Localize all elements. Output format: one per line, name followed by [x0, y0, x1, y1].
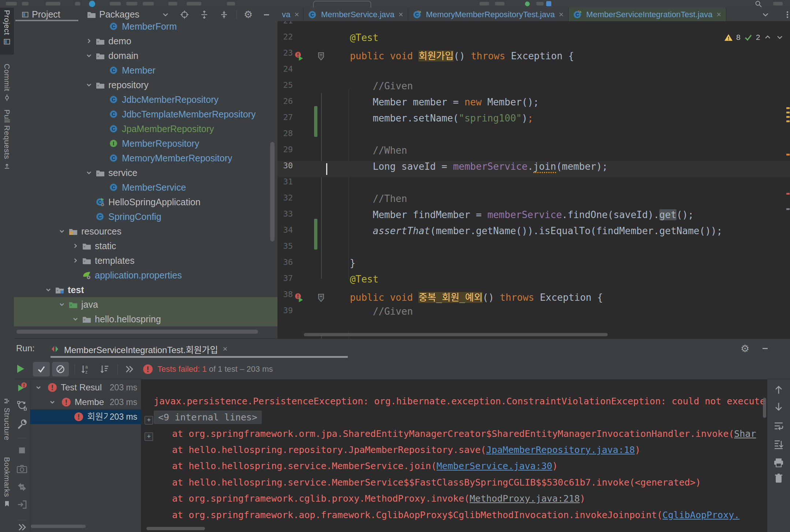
arrow-down-icon[interactable] — [773, 401, 784, 412]
expand-all-icon[interactable] — [199, 10, 209, 20]
sort-by-duration-icon[interactable] — [99, 364, 110, 375]
project-tree-item-jdbcmemberrepository[interactable]: CJdbcMemberRepository — [14, 92, 277, 107]
project-tree-item-demo[interactable]: demo — [14, 34, 277, 48]
project-tree-item-memberrepository[interactable]: IMemberRepository — [14, 136, 277, 151]
project-tree-item-service[interactable]: service — [14, 165, 277, 180]
stack-trace-link[interactable]: JpaMemberRepository.java:18 — [486, 445, 635, 455]
test-settings-icon[interactable] — [16, 419, 27, 430]
test-console[interactable]: javax.persistence.PersistenceException: … — [142, 379, 767, 532]
code-line-38[interactable]: 38 public void 중복_회원_예외() throws Excepti… — [277, 290, 790, 306]
collapse-all-icon[interactable] — [219, 10, 229, 20]
clear-all-icon[interactable] — [773, 473, 784, 484]
error-stripe-mark[interactable] — [786, 116, 790, 118]
tree-horizontal-scrollbar[interactable] — [31, 525, 86, 528]
stack-trace-line[interactable]: at hello.hellospring.service.MemberServi… — [142, 461, 767, 477]
console-horizontal-scrollbar[interactable] — [146, 527, 205, 530]
project-tree-item-springconfig[interactable]: CSpringConfig — [14, 209, 277, 224]
error-stripe-mark[interactable] — [786, 112, 790, 113]
stripe-item-project[interactable]: Project — [0, 8, 14, 55]
project-tree-item-jdbctemplatememberrepository[interactable]: CJdbcTemplateMemberRepository — [14, 107, 277, 121]
code-line-36[interactable]: 36 } — [277, 258, 790, 274]
code-line-27[interactable]: 27 member.setName("spring100"); — [277, 113, 790, 129]
expand-icon[interactable]: + — [145, 416, 153, 424]
expand-icon[interactable]: + — [145, 432, 153, 441]
search-icon[interactable] — [755, 0, 762, 8]
run-configuration-tab[interactable]: MemberServiceIntegrationTest.회원가입 × — [51, 341, 227, 357]
fold-marker-icon[interactable] — [317, 52, 325, 61]
code-line-34[interactable]: 34 assertThat(member.getName()).isEqualT… — [277, 225, 790, 241]
gear-icon[interactable]: ⚙ — [741, 344, 749, 354]
project-tree-item-hellospringapplication[interactable]: CHelloSpringApplication — [14, 195, 277, 209]
project-tree-item-templates[interactable]: templates — [14, 253, 277, 268]
code-line-32[interactable]: 32 //Then — [277, 193, 790, 209]
chevron-down-icon[interactable] — [83, 48, 95, 63]
ignore-toggle[interactable] — [52, 362, 69, 376]
stripe-item-commit[interactable]: Commit — [0, 61, 14, 108]
code-line-21[interactable]: 21 — [277, 21, 790, 32]
chevron-right-icon[interactable] — [70, 253, 81, 268]
play-icon[interactable] — [15, 363, 26, 374]
stop-icon[interactable] — [16, 445, 27, 456]
chevron-down-icon[interactable] — [33, 382, 44, 393]
editor-tab-va[interactable]: va× — [277, 8, 303, 21]
code-line-35[interactable]: 35 — [277, 241, 790, 258]
code-line-26[interactable]: 26 Member member = new Member(); — [277, 97, 790, 113]
printer-icon[interactable] — [773, 457, 784, 468]
stack-trace-link[interactable]: MemberService.java:30 — [436, 461, 552, 471]
project-tree-item-static[interactable]: static — [14, 239, 277, 253]
inspections-widget[interactable]: 8 2 — [724, 33, 784, 42]
arrow-up-icon[interactable] — [773, 384, 784, 395]
project-tree-item-memberservice[interactable]: CMemberService — [14, 180, 277, 195]
code-editor[interactable]: 2122 @Test23 public void 회원가입() throws E… — [277, 21, 790, 338]
stack-trace-line[interactable]: +at org.springframework.orm.jpa.SharedEn… — [142, 428, 767, 445]
close-icon[interactable]: × — [223, 344, 227, 354]
minimize-icon[interactable] — [261, 10, 272, 20]
chevron-down-icon[interactable] — [775, 33, 784, 42]
more-vertical-icon[interactable] — [782, 9, 790, 20]
code-line-22[interactable]: 22 @Test — [277, 32, 790, 48]
code-line-28[interactable]: 28 — [277, 129, 790, 145]
code-line-24[interactable]: 24 — [277, 64, 790, 80]
error-stripe-mark[interactable] — [786, 107, 790, 109]
chevron-down-icon[interactable] — [760, 9, 771, 20]
project-tree-item-memorymemberrepository[interactable]: CMemoryMemberRepository — [14, 151, 277, 165]
run-failed-icon[interactable] — [294, 293, 305, 303]
chevron-down-icon[interactable] — [56, 297, 68, 312]
editor-tab-memberserviceintegrationtest.java[interactable]: CMemberServiceIntegrationTest.java× — [569, 8, 726, 21]
stack-trace-line[interactable]: at hello.hellospring.service.MemberServi… — [142, 477, 767, 493]
code-line-31[interactable]: 31 — [277, 177, 790, 193]
console-vertical-scrollbar[interactable] — [763, 398, 766, 418]
project-tree-vertical-scrollbar[interactable] — [270, 142, 275, 241]
chevron-down-icon[interactable] — [83, 78, 95, 92]
stack-trace-line[interactable]: javax.persistence.PersistenceException: … — [142, 396, 767, 412]
project-tree-item-jpamemberrepository[interactable]: CJpaMemberRepository — [14, 121, 277, 136]
test-result-row[interactable]: Membe203 ms — [30, 395, 141, 409]
stack-trace-line[interactable]: at hello.hellospring.repository.JpaMembe… — [142, 445, 767, 461]
exit-icon[interactable] — [16, 499, 27, 510]
stripe-item-bookmarks[interactable]: Bookmarks — [0, 455, 14, 513]
chevron-down-icon[interactable] — [42, 282, 54, 297]
chevron-down-icon[interactable] — [83, 165, 95, 180]
stack-trace-line[interactable]: at org.springframework.aop.framework.Cgl… — [142, 510, 767, 526]
sort-alphabetically-icon[interactable]: az — [80, 364, 91, 375]
stack-trace-line[interactable]: at org.springframework.cglib.proxy.Metho… — [142, 493, 767, 509]
editor-tab-memorymemberrepositorytest.java[interactable]: CMemoryMemberRepositoryTest.java× — [408, 8, 569, 21]
stripe-item-pull-requests[interactable]: Pull Requests — [0, 107, 14, 172]
close-icon[interactable]: × — [294, 10, 299, 19]
tool-window-tab-packages[interactable]: Packages — [87, 8, 139, 21]
rerun-failed-tests-icon[interactable] — [16, 382, 27, 393]
project-tree-item-test[interactable]: test — [14, 282, 277, 297]
stripe-item-structure[interactable]: Structure — [0, 396, 14, 445]
test-result-row[interactable]: Test Resul203 ms — [30, 380, 141, 395]
project-tree-item-repository[interactable]: repository — [14, 78, 277, 92]
soft-wrap-icon[interactable] — [773, 420, 784, 431]
stack-trace-link[interactable]: CglibAopProxy. — [663, 510, 740, 520]
project-tree-horizontal-scrollbar[interactable] — [16, 330, 258, 334]
gear-icon[interactable]: ⚙ — [243, 10, 253, 20]
fold-marker-icon[interactable] — [317, 293, 325, 303]
more-chevrons-icon[interactable] — [16, 522, 27, 532]
project-tree-item-member[interactable]: CMember — [14, 63, 277, 78]
stack-trace-line[interactable]: +<9 internal lines> — [142, 412, 767, 428]
error-stripe-mark[interactable] — [786, 208, 790, 210]
project-tree-item-java[interactable]: java — [14, 297, 277, 312]
